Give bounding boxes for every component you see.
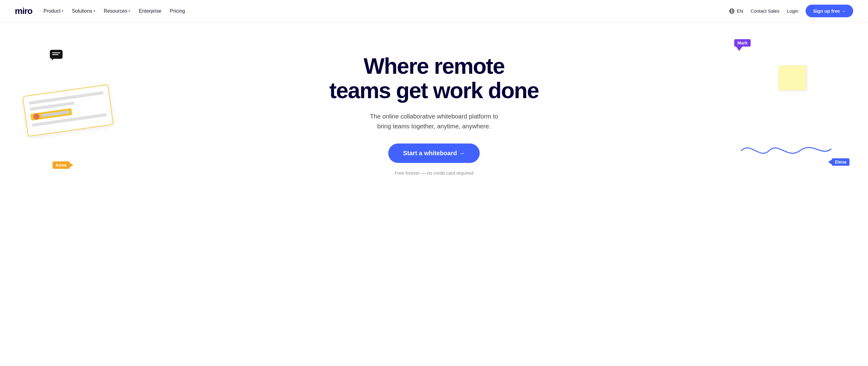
free-forever-text: Free forever — no credit card required (329, 170, 539, 176)
card-illustration (25, 90, 124, 139)
elena-cursor-arrow (828, 160, 832, 165)
logo[interactable]: miro (15, 6, 32, 16)
sticky-note (778, 65, 806, 90)
nav-solutions[interactable]: Solutions ▾ (72, 8, 95, 14)
nav-right: EN Contact Sales Login Sign up free → (729, 5, 853, 17)
nav-resources[interactable]: Resources ▾ (104, 8, 130, 14)
start-whiteboard-button[interactable]: Start a whiteboard → (388, 143, 480, 163)
elena-cursor: Elena (828, 158, 849, 166)
nav-left: miro Product ▾ Solutions ▾ Resources ▾ E… (15, 6, 185, 16)
mark-cursor: Mark (734, 39, 751, 51)
mark-cursor-arrow (736, 46, 742, 51)
chevron-down-icon: ▾ (62, 9, 63, 13)
hero-subtitle: The online collaborative whiteboard plat… (329, 111, 539, 131)
language-selector[interactable]: EN (729, 8, 743, 14)
nav-product[interactable]: Product ▾ (43, 8, 63, 14)
chevron-down-icon: ▾ (128, 9, 130, 13)
anna-cursor-arrow (69, 163, 73, 168)
chat-icon-decoration (50, 49, 63, 61)
anna-cursor: Anna (53, 161, 73, 169)
nav-enterprise[interactable]: Enterprise (139, 8, 161, 14)
login-link[interactable]: Login (787, 8, 798, 13)
hero-content: Where remote teams get work done The onl… (329, 54, 539, 176)
globe-icon (729, 8, 735, 14)
nav-links: Product ▾ Solutions ▾ Resources ▾ Enterp… (43, 8, 185, 14)
contact-sales-link[interactable]: Contact Sales (751, 8, 779, 13)
avatar (33, 113, 40, 120)
nav-pricing[interactable]: Pricing (170, 8, 185, 14)
squiggle-decoration (738, 138, 837, 164)
signup-button[interactable]: Sign up free → (806, 5, 853, 17)
card-text-line (41, 110, 70, 117)
chevron-down-icon: ▾ (94, 9, 95, 13)
navbar: miro Product ▾ Solutions ▾ Resources ▾ E… (0, 0, 868, 22)
hero-section: Anna Mark Elena Where remote teams get w… (0, 22, 868, 213)
hero-title: Where remote teams get work done (329, 54, 539, 103)
